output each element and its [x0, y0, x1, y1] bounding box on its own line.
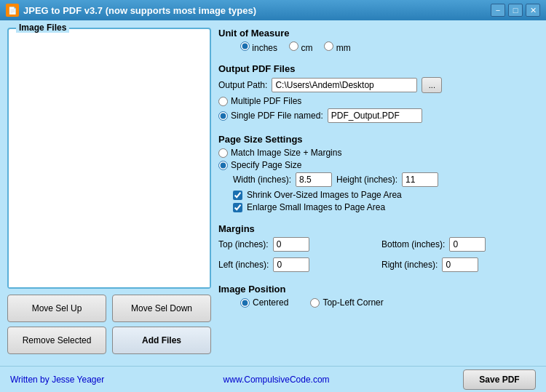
app-title: JPEG to PDF v3.7 (now supports most imag…	[23, 5, 256, 16]
remove-selected-button[interactable]: Remove Selected	[7, 327, 106, 354]
match-image-radio[interactable]	[218, 148, 228, 158]
move-down-button[interactable]: Move Sel Down	[112, 295, 211, 322]
left-margin-row: Left (inches):	[218, 257, 376, 272]
multiple-pdf-radio[interactable]	[218, 97, 228, 106]
output-path-input[interactable]	[272, 78, 417, 92]
right-margin-row: Right (inches):	[381, 257, 539, 272]
app-icon: 📄	[6, 4, 19, 17]
maximize-button[interactable]: □	[508, 4, 523, 17]
action-buttons-row: Remove Selected Add Files	[7, 327, 211, 354]
footer: Written by Jesse Yeager www.CompulsiveCo…	[0, 366, 546, 392]
height-input[interactable]	[402, 172, 438, 187]
close-button[interactable]: ✕	[526, 4, 540, 17]
left-margin-label: Left (inches):	[218, 260, 269, 270]
multiple-pdf-text: Multiple PDF Files	[231, 96, 301, 106]
unit-options-row: inches cm mm	[240, 41, 539, 53]
single-pdf-text: Single PDF File named:	[231, 111, 323, 121]
image-position-section: Image Position Centered Top-Left Corner	[218, 284, 539, 310]
browse-button[interactable]: ...	[422, 77, 442, 93]
image-position-title: Image Position	[218, 284, 539, 295]
unit-inches-text: inches	[252, 43, 277, 53]
left-margin-input[interactable]	[273, 257, 309, 272]
enlarge-checkbox[interactable]	[233, 203, 242, 212]
specify-page-radio[interactable]	[218, 161, 228, 170]
window-controls: − □ ✕	[491, 4, 540, 17]
top-left-label[interactable]: Top-Left Corner	[310, 297, 383, 308]
add-files-button[interactable]: Add Files	[112, 327, 211, 354]
minimize-button[interactable]: −	[491, 4, 505, 17]
specify-page-label[interactable]: Specify Page Size	[218, 160, 301, 170]
match-image-label[interactable]: Match Image Size + Margins	[218, 148, 341, 158]
unit-of-measure-section: Unit of Measure inches cm mm	[218, 28, 539, 55]
output-path-label: Output Path:	[218, 80, 267, 90]
enlarge-label: Enlarge Small Images to Page Area	[247, 202, 385, 212]
margins-section: Margins Top (inches): Bottom (inches): L…	[218, 223, 539, 275]
unit-inches-radio[interactable]	[240, 41, 250, 51]
unit-mm-text: mm	[336, 43, 351, 53]
output-pdf-title: Output PDF Files	[218, 63, 539, 74]
shrink-row: Shrink Over-Sized Images to Page Area	[233, 190, 539, 200]
unit-inches-label[interactable]: inches	[240, 41, 277, 53]
height-label: Height (inches):	[336, 175, 397, 185]
page-size-section: Page Size Settings Match Image Size + Ma…	[218, 134, 539, 215]
centered-label[interactable]: Centered	[240, 297, 288, 308]
unit-section-title: Unit of Measure	[218, 28, 539, 39]
author-text: Written by Jesse Yeager	[10, 375, 104, 385]
output-pdf-section: Output PDF Files Output Path: ... Multip…	[218, 63, 539, 125]
shrink-checkbox[interactable]	[233, 191, 242, 200]
unit-mm-label[interactable]: mm	[324, 41, 350, 53]
top-margin-row: Top (inches):	[218, 237, 376, 252]
page-size-title: Page Size Settings	[218, 134, 539, 145]
bottom-margin-row: Bottom (inches):	[381, 237, 539, 252]
unit-cm-text: cm	[301, 43, 312, 53]
top-left-text: Top-Left Corner	[323, 297, 383, 308]
unit-cm-label[interactable]: cm	[289, 41, 312, 53]
shrink-label: Shrink Over-Sized Images to Page Area	[247, 190, 402, 200]
multiple-pdf-label[interactable]: Multiple PDF Files	[218, 96, 301, 106]
left-panel: Image Files Move Sel Up Move Sel Down Re…	[7, 28, 211, 359]
unit-cm-radio[interactable]	[289, 41, 298, 51]
move-buttons-row: Move Sel Up Move Sel Down	[7, 295, 211, 322]
single-pdf-radio[interactable]	[218, 111, 228, 121]
margins-grid: Top (inches): Bottom (inches): Left (inc…	[218, 237, 539, 275]
top-left-radio[interactable]	[310, 298, 320, 308]
top-margin-label: Top (inches):	[218, 239, 269, 249]
width-label: Width (inches):	[233, 175, 291, 185]
bottom-margin-input[interactable]	[449, 237, 486, 252]
match-image-row: Match Image Size + Margins	[218, 148, 539, 158]
specify-page-text: Specify Page Size	[231, 160, 301, 170]
enlarge-row: Enlarge Small Images to Page Area	[233, 202, 539, 212]
multiple-pdf-row: Multiple PDF Files	[218, 96, 539, 106]
unit-mm-radio[interactable]	[324, 41, 333, 51]
save-pdf-button[interactable]: Save PDF	[463, 369, 536, 390]
right-margin-label: Right (inches):	[381, 260, 438, 270]
image-position-row: Centered Top-Left Corner	[240, 297, 539, 308]
single-pdf-name-input[interactable]	[328, 108, 422, 123]
main-content: Image Files Move Sel Up Move Sel Down Re…	[0, 20, 546, 366]
website-link[interactable]: www.CompulsiveCode.com	[223, 375, 330, 385]
top-margin-input[interactable]	[273, 237, 309, 252]
right-margin-input[interactable]	[442, 257, 478, 272]
centered-radio[interactable]	[240, 298, 250, 308]
image-list[interactable]	[9, 35, 210, 287]
width-input[interactable]	[296, 172, 332, 187]
margins-title: Margins	[218, 223, 539, 234]
move-up-button[interactable]: Move Sel Up	[7, 295, 106, 322]
image-files-group: Image Files	[7, 28, 211, 289]
single-pdf-label[interactable]: Single PDF File named:	[218, 111, 323, 121]
image-files-label: Image Files	[16, 23, 69, 33]
output-path-row: Output Path: ...	[218, 77, 539, 93]
bottom-margin-label: Bottom (inches):	[381, 239, 445, 249]
title-bar: 📄 JPEG to PDF v3.7 (now supports most im…	[0, 0, 546, 20]
dimensions-row: Width (inches): Height (inches):	[233, 172, 539, 187]
right-panel: Unit of Measure inches cm mm Output PDF …	[218, 28, 539, 359]
single-pdf-row: Single PDF File named:	[218, 108, 539, 123]
match-image-text: Match Image Size + Margins	[231, 148, 341, 158]
centered-text: Centered	[253, 297, 288, 308]
specify-page-row: Specify Page Size	[218, 160, 539, 170]
